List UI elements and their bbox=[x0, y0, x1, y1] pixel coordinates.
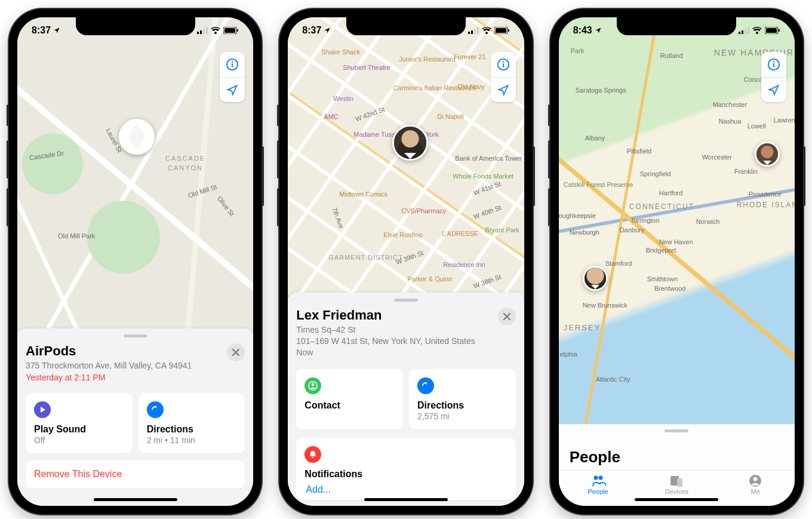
ml-danbury: Danbury bbox=[620, 226, 645, 234]
tab-me[interactable]: Me bbox=[716, 474, 795, 495]
poi-elsie: Elsie Rooftop bbox=[383, 231, 422, 238]
play-sound-card[interactable]: Play Sound Off bbox=[26, 393, 133, 453]
phone-frame-2: 8:37 Shake Shack Shubert Theatre Junior'… bbox=[279, 9, 532, 514]
svg-rect-3 bbox=[206, 27, 208, 34]
ml-atlanticcity: Atlantic City bbox=[596, 376, 630, 383]
directions-label: Directions bbox=[417, 400, 508, 411]
close-sheet-button[interactable] bbox=[498, 308, 516, 325]
person-detail-sheet[interactable]: Lex Friedman Times Sq–42 St 101–169 W 41… bbox=[288, 293, 524, 506]
tab-devices[interactable]: Devices bbox=[637, 474, 716, 495]
poi-bryant: Bryant Park bbox=[485, 226, 519, 234]
contact-card[interactable]: Contact bbox=[296, 369, 403, 429]
wifi-icon bbox=[482, 27, 491, 34]
notifications-label: Notifications bbox=[304, 469, 507, 480]
svg-rect-11 bbox=[471, 30, 473, 34]
cellular-icon bbox=[468, 27, 479, 34]
locate-me-button[interactable] bbox=[491, 77, 516, 102]
svg-rect-5 bbox=[224, 28, 235, 33]
svg-point-19 bbox=[502, 61, 503, 62]
device-pin-airpods[interactable] bbox=[119, 119, 155, 155]
home-indicator[interactable] bbox=[635, 498, 718, 501]
ml-stamford: Stamford bbox=[605, 260, 632, 267]
svg-rect-16 bbox=[508, 29, 509, 32]
status-right-icons bbox=[739, 27, 780, 34]
person-name: Lex Friedman bbox=[296, 308, 475, 323]
info-button[interactable] bbox=[220, 52, 245, 77]
tab-me-label: Me bbox=[751, 488, 759, 495]
device-address: 375 Throckmorton Ave, Mill Valley, CA 94… bbox=[26, 360, 192, 371]
device-last-seen: Yesterday at 2:11 PM bbox=[26, 373, 192, 382]
person-pin-2[interactable] bbox=[755, 142, 780, 167]
person-pin[interactable] bbox=[392, 125, 428, 161]
locate-me-button[interactable] bbox=[220, 77, 245, 102]
ml-brentwood: Brentwood bbox=[654, 285, 686, 292]
person-pin-1[interactable] bbox=[583, 266, 608, 291]
add-notification-link[interactable]: Add... bbox=[304, 484, 507, 495]
svg-rect-22 bbox=[739, 32, 740, 34]
poi-midtown: Midtown Comics bbox=[339, 191, 387, 198]
home-indicator[interactable] bbox=[364, 498, 448, 501]
person-location-2: 101–169 W 41st St, New York NY, United S… bbox=[296, 336, 475, 347]
poi-forever21: Forever 21 bbox=[454, 53, 485, 60]
status-time: 8:43 bbox=[573, 25, 592, 36]
play-icon bbox=[34, 401, 51, 418]
directions-card[interactable]: Directions 2 mi • 11 min bbox=[139, 393, 245, 453]
street-41: W 41st St bbox=[473, 180, 502, 196]
svg-point-9 bbox=[232, 61, 233, 62]
directions-icon bbox=[417, 377, 434, 394]
ml-phila: elphia bbox=[560, 351, 577, 358]
poi-amc: AMC bbox=[324, 113, 338, 120]
directions-distance: 2,575 mi bbox=[417, 411, 508, 421]
svg-point-32 bbox=[593, 476, 598, 480]
ml-franklin: Franklin bbox=[734, 168, 758, 175]
cellular-icon bbox=[739, 27, 749, 34]
map-floating-toolbar bbox=[220, 52, 245, 102]
svg-point-33 bbox=[598, 476, 602, 480]
ml-pittsfield: Pittsfield bbox=[627, 148, 652, 155]
play-sound-status: Off bbox=[34, 435, 124, 445]
battery-icon bbox=[494, 27, 510, 34]
home-indicator[interactable] bbox=[94, 498, 177, 501]
svg-rect-27 bbox=[766, 28, 777, 33]
screen-2: 8:37 Shake Shack Shubert Theatre Junior'… bbox=[288, 17, 524, 506]
directions-card[interactable]: Directions 2,575 mi bbox=[409, 369, 516, 429]
poi-juniors: Junior's Restaurant bbox=[399, 56, 455, 63]
ml-newhaven: New Haven bbox=[659, 238, 693, 245]
poi-parker: Parker & Quinn bbox=[407, 275, 452, 282]
street-40: W 40th St bbox=[473, 204, 502, 220]
poi-shubert: Shubert Theatre bbox=[343, 64, 390, 71]
sheet-grabber[interactable] bbox=[394, 299, 418, 302]
ml-ct: CONNECTICUT bbox=[629, 202, 694, 211]
poi-residence: Residence Inn bbox=[443, 261, 485, 268]
locate-me-button[interactable] bbox=[761, 77, 786, 102]
ml-rutland: Rutland bbox=[660, 52, 683, 59]
info-button[interactable] bbox=[491, 52, 516, 77]
sheet-grabber[interactable] bbox=[124, 334, 147, 337]
remove-device-label: Remove This Device bbox=[34, 469, 122, 479]
svg-rect-23 bbox=[742, 30, 743, 34]
screen-1: 8:37 Old Mill Park CASCADE CANYON Cascad… bbox=[17, 17, 253, 506]
people-title: People bbox=[559, 438, 795, 470]
device-detail-sheet[interactable]: AirPods 375 Throckmorton Ave, Mill Valle… bbox=[17, 328, 253, 506]
poi-wholefoods: Whole Foods Market bbox=[453, 173, 513, 180]
svg-point-31 bbox=[773, 61, 774, 62]
ml-saratoga: Saratoga Springs bbox=[576, 87, 626, 94]
poi-westin: Westin bbox=[333, 95, 353, 102]
svg-point-37 bbox=[753, 477, 758, 481]
street-7thave: 7th Ave bbox=[331, 207, 346, 229]
remove-device-button[interactable]: Remove This Device bbox=[26, 460, 245, 488]
svg-rect-13 bbox=[477, 27, 479, 34]
ml-park: Park bbox=[571, 47, 585, 54]
sheet-grabber[interactable] bbox=[665, 429, 688, 432]
info-button[interactable] bbox=[761, 52, 786, 77]
wifi-icon bbox=[211, 27, 220, 34]
ml-catskill: Catskill Forest Preserve bbox=[564, 181, 633, 188]
phone-frame-1: 8:37 Old Mill Park CASCADE CANYON Cascad… bbox=[9, 9, 262, 514]
status-right-icons bbox=[468, 27, 510, 34]
close-sheet-button[interactable] bbox=[227, 343, 245, 361]
svg-rect-24 bbox=[745, 29, 746, 34]
tab-people[interactable]: People bbox=[559, 474, 638, 495]
ml-norwich: Norwich bbox=[696, 218, 720, 225]
poi-cvs: CVS/Pharmacy bbox=[401, 207, 446, 214]
location-services-icon bbox=[53, 27, 60, 34]
